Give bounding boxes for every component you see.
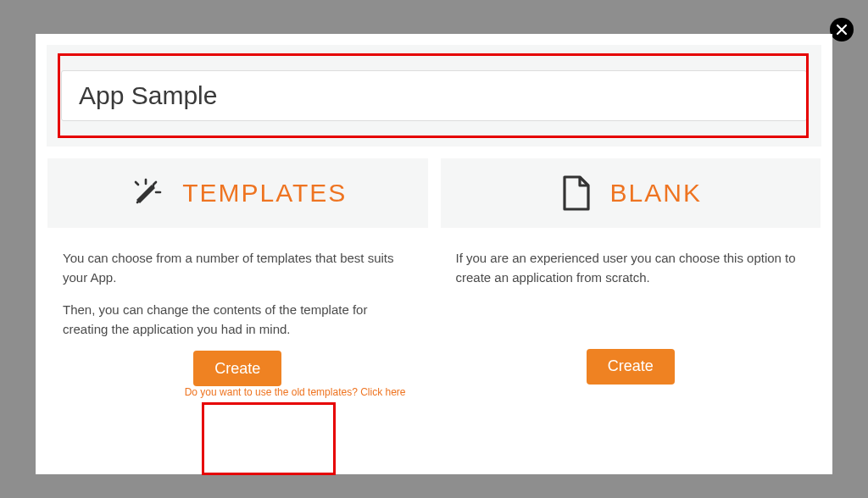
highlight-box-create — [202, 402, 336, 475]
templates-desc-1: You can choose from a number of template… — [63, 248, 413, 288]
blank-card-body: If you are an experienced user you can c… — [441, 228, 821, 406]
blank-create-button[interactable]: Create — [587, 349, 675, 385]
blank-title: BLANK — [610, 179, 702, 208]
app-name-input[interactable] — [61, 70, 807, 121]
create-app-modal: TEMPLATES You can choose from a number o… — [36, 34, 832, 474]
templates-card: TEMPLATES You can choose from a number o… — [47, 158, 429, 407]
blank-card: BLANK If you are an experienced user you… — [440, 158, 822, 407]
templates-desc-2: Then, you can change the contents of the… — [63, 300, 413, 340]
templates-card-header: TEMPLATES — [47, 158, 428, 228]
svg-line-4 — [136, 182, 138, 185]
templates-card-body: You can choose from a number of template… — [47, 228, 428, 406]
app-name-section — [47, 45, 821, 147]
blank-desc-1: If you are an experienced user you can c… — [456, 248, 806, 288]
templates-create-button[interactable]: Create — [193, 351, 281, 386]
wand-icon — [128, 174, 165, 212]
templates-title: TEMPLATES — [182, 179, 347, 208]
old-templates-link[interactable]: Do you want to use the old templates? Cl… — [185, 385, 406, 401]
blank-card-header: BLANK — [441, 158, 821, 228]
close-icon[interactable] — [830, 18, 854, 42]
document-icon — [559, 174, 593, 213]
svg-line-2 — [153, 182, 156, 185]
